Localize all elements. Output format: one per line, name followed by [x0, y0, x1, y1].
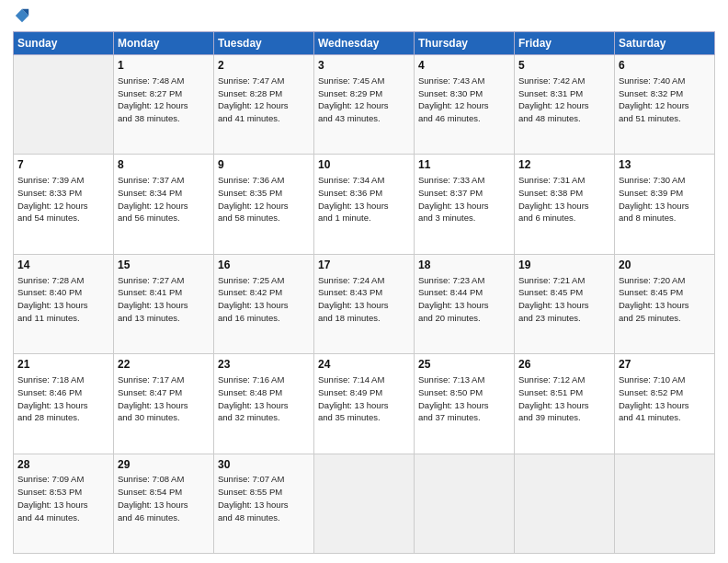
day-info: Sunrise: 7:23 AMSunset: 8:44 PMDaylight:…: [418, 274, 510, 325]
calendar-cell: 1Sunrise: 7:48 AMSunset: 8:27 PMDaylight…: [114, 55, 214, 155]
calendar-cell: 29Sunrise: 7:08 AMSunset: 8:54 PMDayligh…: [114, 454, 214, 553]
calendar-cell: 5Sunrise: 7:42 AMSunset: 8:31 PMDaylight…: [515, 55, 615, 155]
day-info: Sunrise: 7:39 AMSunset: 8:33 PMDaylight:…: [17, 174, 109, 224]
day-info: Sunrise: 7:48 AMSunset: 8:27 PMDaylight:…: [118, 75, 210, 125]
day-number: 4: [418, 58, 510, 74]
day-info: Sunrise: 7:43 AMSunset: 8:30 PMDaylight:…: [418, 75, 510, 125]
calendar-cell: [314, 454, 415, 553]
day-number: 22: [118, 357, 210, 373]
calendar-cell: 16Sunrise: 7:25 AMSunset: 8:42 PMDayligh…: [214, 254, 314, 353]
weekday-header: Monday: [114, 32, 214, 55]
day-info: Sunrise: 7:36 AMSunset: 8:35 PMDaylight:…: [218, 174, 310, 224]
day-info: Sunrise: 7:33 AMSunset: 8:37 PMDaylight:…: [418, 174, 510, 224]
day-number: 7: [17, 157, 109, 173]
day-number: 8: [118, 157, 210, 173]
day-info: Sunrise: 7:30 AMSunset: 8:39 PMDaylight:…: [619, 174, 711, 224]
calendar-cell: 10Sunrise: 7:34 AMSunset: 8:36 PMDayligh…: [314, 155, 415, 254]
day-number: 28: [17, 457, 109, 473]
day-number: 2: [218, 58, 310, 74]
calendar-cell: 22Sunrise: 7:17 AMSunset: 8:47 PMDayligh…: [114, 354, 214, 454]
day-number: 15: [118, 258, 210, 273]
day-info: Sunrise: 7:28 AMSunset: 8:40 PMDaylight:…: [17, 274, 109, 325]
day-number: 29: [118, 457, 210, 473]
calendar-cell: 30Sunrise: 7:07 AMSunset: 8:55 PMDayligh…: [214, 454, 314, 553]
calendar-week-row: 14Sunrise: 7:28 AMSunset: 8:40 PMDayligh…: [14, 254, 715, 353]
day-number: 9: [218, 157, 310, 173]
calendar-cell: 6Sunrise: 7:40 AMSunset: 8:32 PMDaylight…: [615, 55, 715, 155]
calendar-cell: 9Sunrise: 7:36 AMSunset: 8:35 PMDaylight…: [214, 155, 314, 254]
day-info: Sunrise: 7:31 AMSunset: 8:38 PMDaylight:…: [518, 174, 610, 224]
logo-icon: [14, 7, 30, 24]
day-info: Sunrise: 7:07 AMSunset: 8:55 PMDaylight:…: [218, 473, 310, 523]
day-info: Sunrise: 7:20 AMSunset: 8:45 PMDaylight:…: [619, 274, 711, 325]
day-number: 20: [619, 258, 711, 273]
day-number: 3: [318, 58, 410, 74]
calendar-week-row: 7Sunrise: 7:39 AMSunset: 8:33 PMDaylight…: [14, 155, 715, 254]
calendar-body: 1Sunrise: 7:48 AMSunset: 8:27 PMDaylight…: [14, 55, 715, 554]
calendar-cell: 18Sunrise: 7:23 AMSunset: 8:44 PMDayligh…: [415, 254, 515, 353]
calendar-cell: [415, 454, 515, 553]
day-info: Sunrise: 7:47 AMSunset: 8:28 PMDaylight:…: [218, 75, 310, 125]
page: SundayMondayTuesdayWednesdayThursdayFrid…: [0, 0, 728, 563]
calendar-cell: 24Sunrise: 7:14 AMSunset: 8:49 PMDayligh…: [314, 354, 415, 454]
day-number: 1: [118, 58, 210, 74]
calendar-cell: 21Sunrise: 7:18 AMSunset: 8:46 PMDayligh…: [14, 354, 114, 454]
weekday-header: Sunday: [14, 32, 114, 55]
calendar-cell: [515, 454, 615, 553]
calendar-cell: 8Sunrise: 7:37 AMSunset: 8:34 PMDaylight…: [114, 155, 214, 254]
day-info: Sunrise: 7:45 AMSunset: 8:29 PMDaylight:…: [318, 75, 410, 125]
day-number: 21: [17, 357, 109, 373]
day-number: 10: [318, 157, 410, 173]
day-number: 23: [218, 357, 310, 373]
calendar-cell: [615, 454, 715, 553]
day-info: Sunrise: 7:42 AMSunset: 8:31 PMDaylight:…: [518, 75, 610, 125]
calendar-week-row: 28Sunrise: 7:09 AMSunset: 8:53 PMDayligh…: [14, 454, 715, 553]
calendar-cell: [14, 55, 114, 155]
calendar-cell: 27Sunrise: 7:10 AMSunset: 8:52 PMDayligh…: [615, 354, 715, 454]
day-info: Sunrise: 7:16 AMSunset: 8:48 PMDaylight:…: [218, 373, 310, 424]
day-number: 16: [218, 258, 310, 273]
day-number: 24: [318, 357, 410, 373]
day-info: Sunrise: 7:40 AMSunset: 8:32 PMDaylight:…: [619, 75, 711, 125]
day-info: Sunrise: 7:18 AMSunset: 8:46 PMDaylight:…: [17, 373, 109, 424]
weekday-header: Friday: [515, 32, 615, 55]
calendar-table: SundayMondayTuesdayWednesdayThursdayFrid…: [13, 31, 715, 554]
day-number: 19: [518, 258, 610, 273]
day-info: Sunrise: 7:12 AMSunset: 8:51 PMDaylight:…: [518, 373, 610, 424]
logo: [13, 9, 30, 24]
day-number: 30: [218, 457, 310, 473]
calendar-cell: 19Sunrise: 7:21 AMSunset: 8:45 PMDayligh…: [515, 254, 615, 353]
calendar-cell: 2Sunrise: 7:47 AMSunset: 8:28 PMDaylight…: [214, 55, 314, 155]
calendar-cell: 14Sunrise: 7:28 AMSunset: 8:40 PMDayligh…: [14, 254, 114, 353]
calendar-cell: 26Sunrise: 7:12 AMSunset: 8:51 PMDayligh…: [515, 354, 615, 454]
calendar-cell: 15Sunrise: 7:27 AMSunset: 8:41 PMDayligh…: [114, 254, 214, 353]
day-info: Sunrise: 7:21 AMSunset: 8:45 PMDaylight:…: [518, 274, 610, 325]
day-number: 5: [518, 58, 610, 74]
calendar-header: SundayMondayTuesdayWednesdayThursdayFrid…: [14, 32, 715, 55]
day-info: Sunrise: 7:09 AMSunset: 8:53 PMDaylight:…: [17, 473, 109, 523]
day-info: Sunrise: 7:13 AMSunset: 8:50 PMDaylight:…: [418, 373, 510, 424]
calendar-cell: 25Sunrise: 7:13 AMSunset: 8:50 PMDayligh…: [415, 354, 515, 454]
calendar-cell: 28Sunrise: 7:09 AMSunset: 8:53 PMDayligh…: [14, 454, 114, 553]
calendar-cell: 17Sunrise: 7:24 AMSunset: 8:43 PMDayligh…: [314, 254, 415, 353]
day-number: 27: [619, 357, 711, 373]
calendar-week-row: 1Sunrise: 7:48 AMSunset: 8:27 PMDaylight…: [14, 55, 715, 155]
weekday-header: Tuesday: [214, 32, 314, 55]
day-info: Sunrise: 7:17 AMSunset: 8:47 PMDaylight:…: [118, 373, 210, 424]
day-number: 17: [318, 258, 410, 273]
weekday-header: Saturday: [615, 32, 715, 55]
day-info: Sunrise: 7:14 AMSunset: 8:49 PMDaylight:…: [318, 373, 410, 424]
header: [13, 9, 715, 24]
day-number: 18: [418, 258, 510, 273]
weekday-header: Thursday: [415, 32, 515, 55]
calendar-cell: 23Sunrise: 7:16 AMSunset: 8:48 PMDayligh…: [214, 354, 314, 454]
calendar-cell: 3Sunrise: 7:45 AMSunset: 8:29 PMDaylight…: [314, 55, 415, 155]
day-info: Sunrise: 7:34 AMSunset: 8:36 PMDaylight:…: [318, 174, 410, 224]
day-number: 6: [619, 58, 711, 74]
calendar-cell: 12Sunrise: 7:31 AMSunset: 8:38 PMDayligh…: [515, 155, 615, 254]
day-number: 25: [418, 357, 510, 373]
day-info: Sunrise: 7:37 AMSunset: 8:34 PMDaylight:…: [118, 174, 210, 224]
calendar-cell: 20Sunrise: 7:20 AMSunset: 8:45 PMDayligh…: [615, 254, 715, 353]
day-info: Sunrise: 7:08 AMSunset: 8:54 PMDaylight:…: [118, 473, 210, 523]
day-info: Sunrise: 7:24 AMSunset: 8:43 PMDaylight:…: [318, 274, 410, 325]
